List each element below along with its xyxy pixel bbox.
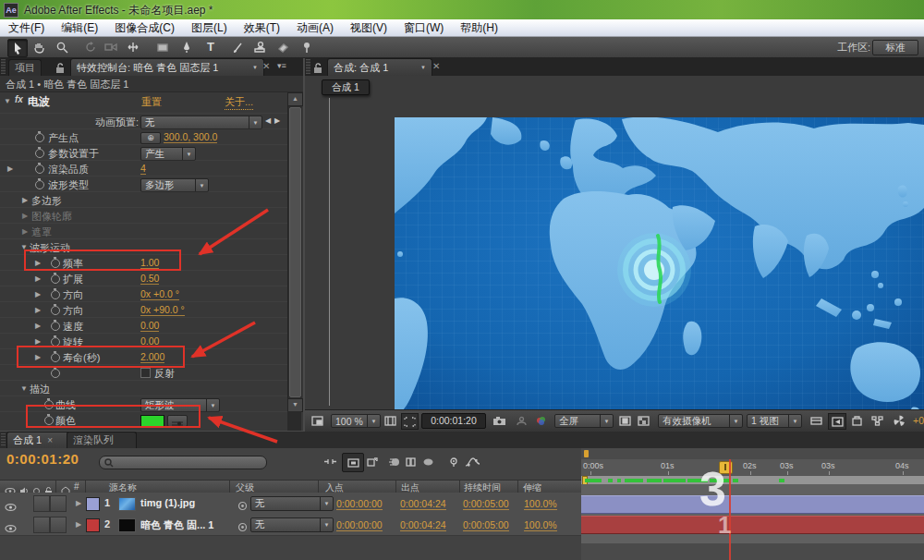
frame-blending-icon[interactable] <box>362 453 383 470</box>
brush-tool-icon[interactable] <box>229 39 248 55</box>
timeline-nav-strip[interactable] <box>581 448 924 459</box>
panel-grip[interactable] <box>1 433 6 446</box>
panel-menu-icon[interactable]: ▾≡ <box>277 61 286 70</box>
panel-grip[interactable] <box>1 59 6 74</box>
param-dropdown[interactable]: 多边形▼ <box>140 178 209 192</box>
menu-view[interactable]: 视图(V) <box>342 20 395 36</box>
title-bar[interactable]: Ae Adobe After Effects - 未命名项目.aep * <box>0 0 924 19</box>
layer-duration-value[interactable]: 0:00:05:00 <box>463 498 509 510</box>
layer-expander-icon[interactable]: ▶ <box>76 520 81 530</box>
stopwatch-icon[interactable] <box>51 274 60 284</box>
color-swatch[interactable] <box>140 415 164 427</box>
tab-render-queue[interactable]: 渲染队列 <box>67 432 137 448</box>
comp-crumb-chip[interactable]: 合成 1 <box>322 79 370 95</box>
resolution-dropdown[interactable]: 全屏▼ <box>554 414 614 428</box>
layer-duration-value[interactable]: 0:00:05:00 <box>463 519 509 531</box>
show-snapshot-icon[interactable] <box>514 413 529 428</box>
point-picker-button[interactable]: ⊕ <box>140 132 161 144</box>
mask-shape-tool-icon[interactable] <box>153 39 172 55</box>
hand-tool-icon[interactable] <box>30 39 48 55</box>
tab-dropdown-icon[interactable]: ▼ <box>420 65 426 70</box>
stopwatch-icon[interactable] <box>51 290 60 299</box>
tab-close-icon[interactable]: ✕ <box>432 61 440 71</box>
layer-visibility-eye-icon[interactable] <box>5 520 17 537</box>
guides-icon[interactable] <box>808 413 824 428</box>
param-value[interactable]: 0.50 <box>140 273 159 285</box>
puppet-pin-tool-icon[interactable] <box>298 39 316 55</box>
layer-2-duration-bar[interactable] <box>581 516 924 534</box>
param-dropdown[interactable]: 产生▼ <box>140 147 196 161</box>
parent-pickwhip-icon[interactable] <box>237 498 248 515</box>
expander-icon[interactable]: ▶ <box>35 290 41 299</box>
expander-icon[interactable]: ▼ <box>4 97 11 106</box>
zoom-tool-icon[interactable] <box>53 39 71 55</box>
tab-effect-controls[interactable]: 特效控制台: 暗色 青色 固态层 1 ▼ <box>70 58 264 76</box>
camera-tool-icon[interactable] <box>102 39 120 55</box>
param-value[interactable]: 300.0, 300.0 <box>164 131 217 143</box>
pen-tool-icon[interactable] <box>177 39 196 55</box>
preset-next-icon[interactable]: ▶ <box>274 116 280 125</box>
stopwatch-icon[interactable] <box>35 164 44 174</box>
layer-color-swatch[interactable] <box>86 518 100 532</box>
menu-composition[interactable]: 图像合成(C) <box>106 20 183 36</box>
layer-name[interactable]: timg (1).jpg <box>140 497 195 508</box>
layer-out-value[interactable]: 0:00:04:24 <box>400 519 446 531</box>
timeline-search-input[interactable] <box>99 456 267 469</box>
reset-button[interactable]: 重置 <box>141 95 162 109</box>
stopwatch-icon[interactable] <box>35 133 44 142</box>
menu-file[interactable]: 文件(F) <box>0 20 53 36</box>
safe-margins-icon[interactable] <box>383 413 398 428</box>
always-preview-icon[interactable] <box>309 413 325 428</box>
reflection-checkbox[interactable] <box>140 368 151 378</box>
expander-icon[interactable]: ▼ <box>20 384 28 394</box>
channel-rgb-icon[interactable] <box>532 413 551 428</box>
layer-stretch-value[interactable]: 100.0% <box>524 519 557 531</box>
layer-switch-cell[interactable] <box>33 517 50 533</box>
panel-grip[interactable] <box>306 59 310 74</box>
text-tool-icon[interactable]: T <box>201 39 220 55</box>
effect-header[interactable]: ▼ fx 电波 重置 关于... <box>0 92 287 109</box>
pan-behind-tool-icon[interactable] <box>124 39 142 55</box>
expander-icon[interactable]: ▶ <box>35 353 41 362</box>
parent-dropdown[interactable]: 无▼ <box>250 496 334 511</box>
exposure-value[interactable]: +0. <box>913 415 924 426</box>
stopwatch-icon[interactable] <box>51 306 60 315</box>
stopwatch-icon[interactable] <box>51 369 60 378</box>
expander-icon[interactable]: ▶ <box>35 337 41 347</box>
stopwatch-icon[interactable] <box>51 259 60 268</box>
exposure-reset-icon[interactable] <box>848 413 865 428</box>
tab-composition[interactable]: 合成: 合成 1 ▼ <box>327 58 432 76</box>
stopwatch-icon[interactable] <box>44 416 54 425</box>
expander-icon[interactable]: ▶ <box>22 227 28 237</box>
param-value[interactable]: 1.00 <box>140 257 159 269</box>
menu-effect[interactable]: 效果(T) <box>236 20 288 36</box>
timeline-timecode[interactable]: 0:00:01:20 <box>6 451 79 467</box>
pixel-aspect-icon[interactable] <box>617 413 633 428</box>
tab-dropdown-icon[interactable]: ▼ <box>252 65 258 70</box>
param-value[interactable]: 0x +90.0 ° <box>140 304 185 316</box>
camera-view-dropdown[interactable]: 有效摄像机▼ <box>658 414 743 428</box>
menu-window[interactable]: 窗口(W) <box>395 20 452 36</box>
menu-layer[interactable]: 图层(L) <box>183 20 236 36</box>
parent-pickwhip-icon[interactable] <box>237 519 248 536</box>
preset-dropdown[interactable]: 无▼ <box>140 116 262 129</box>
workspace-dropdown[interactable]: 标准 <box>872 40 918 55</box>
menu-animation[interactable]: 动画(A) <box>288 20 342 36</box>
scroll-down-icon[interactable]: ▼ <box>287 398 303 412</box>
param-value[interactable]: 4 <box>140 163 146 175</box>
selection-tool-icon[interactable] <box>7 39 28 57</box>
param-value[interactable]: 0x +0.0 ° <box>140 288 179 300</box>
tab-project[interactable]: 项目 <box>8 59 42 76</box>
stopwatch-icon[interactable] <box>51 322 60 331</box>
about-button[interactable]: 关于... <box>225 95 253 110</box>
flowchart-icon[interactable] <box>869 413 885 428</box>
region-of-interest-icon[interactable] <box>401 413 419 430</box>
layer-expander-icon[interactable]: ▶ <box>76 499 81 508</box>
layer-row-1[interactable]: ▶ 1 timg (1).jpg 无▼ 0:00:00:00 0:00:04:2… <box>0 493 581 515</box>
param-dropdown[interactable]: 矩形波▼ <box>140 398 220 412</box>
layer-in-value[interactable]: 0:00:00:00 <box>336 498 383 510</box>
param-value[interactable]: 0.00 <box>140 320 159 332</box>
layer-switch-cell[interactable] <box>50 517 67 533</box>
comp-mini-flowchart-icon[interactable] <box>320 453 340 470</box>
current-render-icon[interactable] <box>828 413 846 430</box>
